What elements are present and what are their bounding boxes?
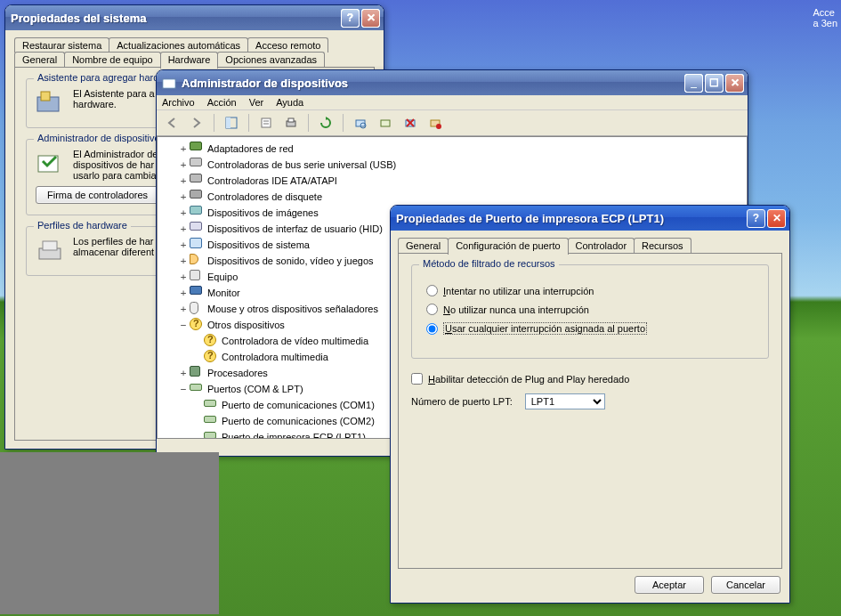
cancel-button[interactable]: Cancelar xyxy=(711,576,780,594)
tree-node-label: Puerto de comunicaciones (COM1) xyxy=(222,400,375,410)
tab-autoupdates[interactable]: Actualizaciones automáticas xyxy=(109,37,248,53)
tree-node-label: Controladoras de bus serie universal (US… xyxy=(207,159,396,170)
expand-toggle[interactable]: + xyxy=(179,223,188,235)
port-number-select[interactable]: LPT1LPT2LPT3 xyxy=(525,393,605,409)
tab-general[interactable]: General xyxy=(14,52,65,67)
show-hide-tree-button[interactable] xyxy=(222,113,241,133)
tree-node-label: Monitor xyxy=(207,288,240,298)
device-category-icon xyxy=(190,142,204,156)
expand-toggle[interactable]: + xyxy=(179,159,188,171)
tab-remote[interactable]: Acceso remoto xyxy=(247,37,328,53)
radio-never-interrupt[interactable]: No utilizar nunca una interrupción xyxy=(426,304,754,315)
radio-input-1[interactable] xyxy=(426,285,438,296)
back-button[interactable] xyxy=(162,113,182,133)
expand-toggle[interactable]: + xyxy=(179,255,188,267)
svg-rect-7 xyxy=(226,118,230,128)
tab-advanced[interactable]: Opciones avanzadas xyxy=(217,52,325,67)
obscured-region xyxy=(0,452,219,614)
tree-node[interactable]: +Adaptadores de red xyxy=(163,141,741,157)
expand-toggle[interactable]: + xyxy=(179,207,188,219)
properties-button[interactable] xyxy=(256,113,276,133)
tree-node-label: Adaptadores de red xyxy=(207,143,294,154)
scan-hardware-button[interactable] xyxy=(351,113,370,133)
tabs-row-1: Restaurar sistema Actualizaciones automá… xyxy=(14,37,375,53)
refresh-button[interactable] xyxy=(316,113,336,133)
menu-action[interactable]: Acción xyxy=(207,97,237,108)
svg-rect-12 xyxy=(288,118,294,122)
svg-rect-1 xyxy=(41,92,50,101)
menu-file[interactable]: Archivo xyxy=(162,97,195,108)
device-category-icon xyxy=(190,174,204,188)
menu-help[interactable]: Ayuda xyxy=(276,97,303,108)
checkbox-label: abilitar detección de Plug and Play here… xyxy=(435,374,629,385)
tab-general[interactable]: General xyxy=(398,238,449,253)
print-button[interactable] xyxy=(281,113,301,133)
tree-node-label: Controladora multimedia xyxy=(222,352,328,362)
app-icon xyxy=(162,76,176,90)
device-category-icon xyxy=(190,366,204,380)
expand-toggle[interactable]: + xyxy=(179,288,188,299)
port-number-label: Número de puerto LPT: xyxy=(411,396,513,407)
radio-label-3: sar cualquier interrupción asignada al p… xyxy=(452,323,645,334)
titlebar[interactable]: Propiedades del sistema ? ✕ xyxy=(5,5,384,30)
device-category-icon xyxy=(190,190,204,204)
update-driver-button[interactable] xyxy=(376,113,395,133)
checkbox-legacy-pnp[interactable]: Habilitar detección de Plug and Play her… xyxy=(411,373,769,385)
expand-toggle[interactable]: + xyxy=(179,191,188,203)
maximize-button[interactable]: ☐ xyxy=(705,74,724,93)
help-button[interactable]: ? xyxy=(747,209,765,228)
device-category-icon xyxy=(190,238,204,252)
close-button[interactable]: ✕ xyxy=(725,74,744,93)
tab-resources[interactable]: Recursos xyxy=(634,238,691,253)
tree-node[interactable]: +Controladoras de bus serie universal (U… xyxy=(163,157,741,173)
radio-input-2[interactable] xyxy=(426,304,438,315)
expand-toggle[interactable]: + xyxy=(179,143,188,155)
titlebar[interactable]: Administrador de dispositivos _ ☐ ✕ xyxy=(157,70,748,95)
disable-button[interactable] xyxy=(425,113,445,133)
tree-node-label: Controladoras IDE ATA/ATAPI xyxy=(207,175,337,186)
expand-toggle[interactable]: + xyxy=(179,175,188,187)
expand-toggle[interactable]: + xyxy=(179,272,188,283)
expand-toggle[interactable]: − xyxy=(179,320,188,331)
profiles-icon xyxy=(36,236,64,264)
tree-node-label: Dispositivos de imágenes xyxy=(207,207,319,218)
checkbox-input[interactable] xyxy=(411,373,423,385)
expand-toggle[interactable]: + xyxy=(179,304,188,315)
device-icon xyxy=(204,430,218,439)
tree-node-label: Mouse y otros dispositivos señaladores xyxy=(207,304,378,314)
wizard-icon xyxy=(36,88,64,117)
window-title: Propiedades del sistema xyxy=(11,12,341,25)
menu-view[interactable]: Ver xyxy=(249,97,264,108)
radio-any-interrupt[interactable]: Usar cualquier interrupción asignada al … xyxy=(426,322,754,335)
device-category-icon xyxy=(190,254,204,268)
tab-driver[interactable]: Controlador xyxy=(568,238,635,253)
radio-try-no-interrupt[interactable]: Intentar no utilizar una interrupción xyxy=(426,285,754,296)
device-category-icon xyxy=(190,318,204,332)
tree-node-label: Equipo xyxy=(207,272,238,282)
tab-port-settings[interactable]: Configuración de puerto xyxy=(448,238,568,255)
ok-button[interactable]: Aceptar xyxy=(635,576,704,594)
tab-hardware[interactable]: Hardware xyxy=(160,52,219,69)
tree-node[interactable]: +Controladoras IDE ATA/ATAPI xyxy=(163,173,741,189)
close-button[interactable]: ✕ xyxy=(361,9,380,28)
expand-toggle[interactable]: + xyxy=(179,239,188,251)
driver-signing-button[interactable]: Firma de controladores xyxy=(36,186,159,204)
radio-input-3[interactable] xyxy=(426,323,438,335)
expand-toggle[interactable]: − xyxy=(179,384,188,395)
radio-label-2: o utilizar nunca una interrupción xyxy=(450,304,589,315)
help-button[interactable]: ? xyxy=(341,9,360,28)
window-title: Administrador de dispositivos xyxy=(182,77,684,90)
expand-toggle[interactable]: + xyxy=(179,368,188,379)
device-icon xyxy=(204,334,218,348)
forward-button[interactable] xyxy=(187,113,206,133)
tree-node[interactable]: +Controladores de disquete xyxy=(163,189,741,205)
device-icon xyxy=(204,350,218,364)
device-icon xyxy=(204,414,218,428)
tab-computername[interactable]: Nombre de equipo xyxy=(64,52,161,67)
close-button[interactable]: ✕ xyxy=(767,209,786,228)
minimize-button[interactable]: _ xyxy=(684,74,703,93)
uninstall-button[interactable] xyxy=(400,113,420,133)
titlebar[interactable]: Propiedades de Puerto de impresora ECP (… xyxy=(391,206,789,231)
tree-node-label: Puerto de comunicaciones (COM2) xyxy=(222,416,375,426)
tab-restore[interactable]: Restaurar sistema xyxy=(14,37,109,53)
